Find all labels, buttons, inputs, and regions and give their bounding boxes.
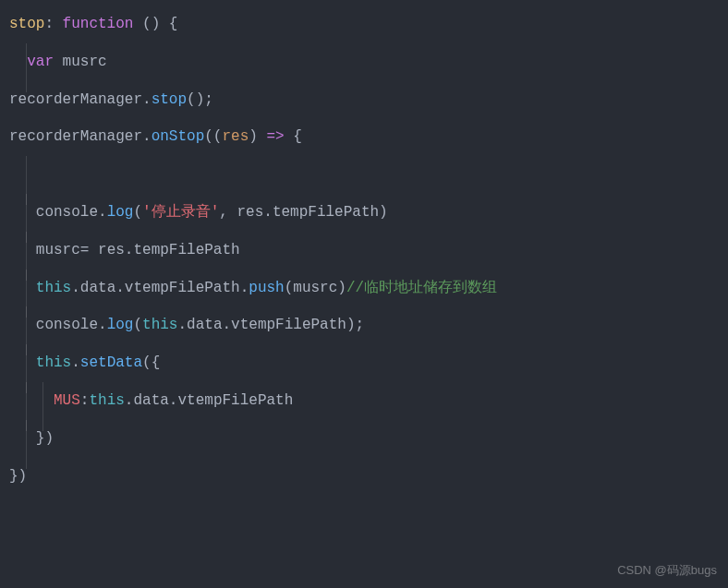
property-name: stop <box>9 16 44 32</box>
punct: = <box>80 242 98 258</box>
identifier: musrc <box>63 54 107 70</box>
brace: }) <box>9 468 27 485</box>
keyword-this: this <box>36 354 71 371</box>
punct: : <box>80 392 90 409</box>
comment: //临时地址储存到数组 <box>346 280 497 296</box>
punct: ) <box>249 128 266 145</box>
code-line: }) <box>9 426 719 452</box>
punct: . <box>142 91 152 108</box>
indent <box>9 430 36 447</box>
keyword-function: function <box>63 16 142 32</box>
code-line: this.data.vtempFilePath.push(musrc)//临时地… <box>9 275 719 302</box>
punct: . <box>71 280 80 296</box>
method-call: push <box>249 280 284 296</box>
punct: . <box>177 317 187 333</box>
code-editor: stop: function () { var musrc recorderMa… <box>9 11 719 489</box>
punct: ({ <box>142 354 160 371</box>
punct: (); <box>187 91 213 108</box>
punct: . <box>125 392 134 409</box>
punct: ) <box>337 280 346 296</box>
punct: () <box>142 16 169 32</box>
property-access: vtempFilePath <box>177 392 293 409</box>
punct: . <box>125 242 134 258</box>
code-line: musrc= res.tempFilePath <box>9 237 719 264</box>
property-access: data <box>187 317 222 333</box>
indent <box>9 54 27 70</box>
brace: { <box>169 16 178 32</box>
indent <box>9 242 36 258</box>
punct: ) <box>379 204 388 221</box>
code-line: var musrc <box>9 49 719 76</box>
method-call: stop <box>152 91 187 108</box>
identifier: console <box>36 204 98 221</box>
keyword-var: var <box>27 54 62 70</box>
punct: . <box>115 280 125 296</box>
arrow: => <box>266 128 293 145</box>
code-line: recorderManager.stop(); <box>9 87 719 114</box>
punct: . <box>71 354 80 371</box>
identifier: res <box>237 204 263 221</box>
punct: . <box>142 128 152 145</box>
identifier: console <box>36 317 98 333</box>
property-access: vtempFilePath <box>231 317 346 333</box>
object-key: MUS <box>54 392 80 409</box>
punct: ( <box>133 317 142 333</box>
property-access: data <box>133 392 168 409</box>
punct: . <box>222 317 231 333</box>
indent <box>9 354 36 371</box>
code-line: MUS:this.data.vtempFilePath <box>9 388 719 414</box>
string-literal: '停止录音' <box>142 204 219 221</box>
method-call: onStop <box>152 128 205 145</box>
method-call: setData <box>80 354 142 371</box>
identifier: musrc <box>36 242 80 258</box>
punct: (( <box>204 128 222 145</box>
code-line: }) <box>9 463 719 490</box>
code-line: stop: function () { <box>9 11 719 38</box>
property-access: tempFilePath <box>133 242 239 258</box>
watermark: CSDN @码源bugs <box>617 559 717 581</box>
identifier: res <box>98 242 125 258</box>
indent <box>9 392 54 409</box>
property-access: data <box>80 280 115 296</box>
param: res <box>222 128 249 145</box>
method-call: log <box>107 317 134 333</box>
punct: . <box>240 280 249 296</box>
keyword-this: this <box>142 317 177 333</box>
blank-line <box>9 162 719 188</box>
indent <box>9 204 36 221</box>
brace: { <box>293 128 302 145</box>
identifier: recorderManager <box>9 128 142 145</box>
punct: : <box>44 16 62 32</box>
keyword-this: this <box>89 392 124 409</box>
punct: . <box>98 317 107 333</box>
punct: . <box>98 204 107 221</box>
identifier: musrc <box>293 280 337 296</box>
property-access: tempFilePath <box>273 204 379 221</box>
punct: . <box>263 204 273 221</box>
code-line: this.setData({ <box>9 350 719 377</box>
code-line: console.log('停止录音', res.tempFilePath) <box>9 199 719 226</box>
method-call: log <box>107 204 134 221</box>
keyword-this: this <box>36 280 71 296</box>
code-line: recorderManager.onStop((res) => { <box>9 124 719 150</box>
punct: , <box>219 204 237 221</box>
punct: ( <box>133 204 142 221</box>
punct: ( <box>285 280 294 296</box>
punct: ); <box>346 317 364 333</box>
brace: }) <box>36 430 54 447</box>
indent <box>9 280 36 296</box>
code-line: console.log(this.data.vtempFilePath); <box>9 312 719 339</box>
identifier: recorderManager <box>9 91 142 108</box>
property-access: vtempFilePath <box>125 280 240 296</box>
indent <box>9 317 36 333</box>
